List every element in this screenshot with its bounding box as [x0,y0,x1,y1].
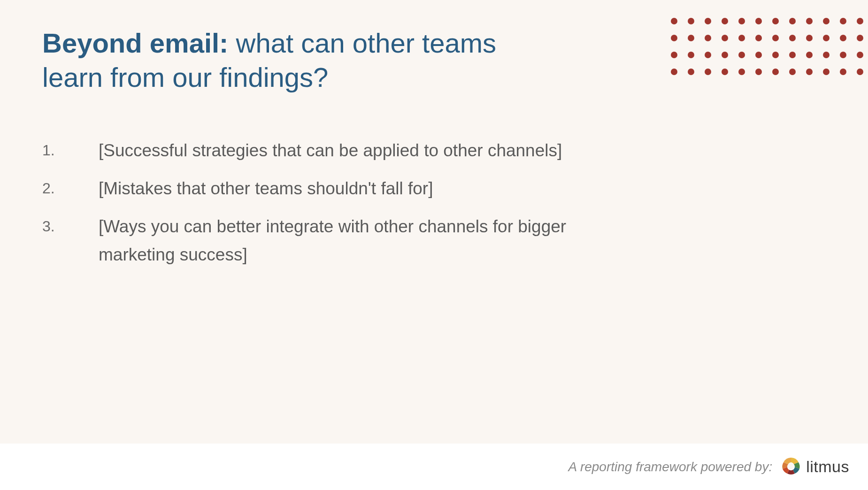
decoration-dot [738,18,745,24]
decoration-dot [823,18,830,24]
decoration-dot [789,18,796,24]
decoration-dot [840,18,846,24]
title-bold: Beyond email: [42,28,228,58]
decoration-dot [688,69,694,75]
decoration-dot [857,18,863,24]
list-item: 3. [Ways you can better integrate with o… [42,213,606,268]
decoration-dot [789,35,796,41]
decoration-dot [755,35,762,41]
footer: A reporting framework powered by: litmus [0,444,868,490]
decoration-dot [671,69,677,75]
decoration-dot [840,52,846,58]
decoration-dot [671,35,677,41]
decoration-dot [688,52,694,58]
decoration-dot [755,18,762,24]
decoration-dot [755,69,762,75]
footer-text: A reporting framework powered by: [568,459,772,475]
decoration-dot [772,52,779,58]
list-text: [Ways you can better integrate with othe… [99,213,606,268]
decoration-dot [806,69,813,75]
decoration-dot [789,52,796,58]
decoration-dot [823,35,830,41]
decoration-dot [823,52,830,58]
list-item: 2. [Mistakes that other teams shouldn't … [42,175,606,202]
list-number: 2. [42,175,99,200]
decoration-dot [857,52,863,58]
decoration-dot [857,35,863,41]
dot-grid-decoration [671,18,863,75]
decoration-dot [857,69,863,75]
slide-body: Beyond email: what can other teams learn… [0,0,868,444]
svg-point-0 [788,463,794,469]
decoration-dot [705,52,711,58]
list-text: [Successful strategies that can be appli… [99,137,606,164]
list-text: [Mistakes that other teams shouldn't fal… [99,175,606,202]
decoration-dot [738,69,745,75]
decoration-dot [722,18,728,24]
decoration-dot [688,18,694,24]
decoration-dot [772,18,779,24]
decoration-dot [705,18,711,24]
decoration-dot [789,69,796,75]
decoration-dot [722,69,728,75]
list-item: 1. [Successful strategies that can be ap… [42,137,606,164]
logo: litmus [781,456,849,478]
decoration-dot [806,52,813,58]
decoration-dot [722,52,728,58]
decoration-dot [705,35,711,41]
decoration-dot [806,18,813,24]
litmus-logo-icon [781,456,801,478]
logo-text: litmus [806,458,849,476]
decoration-dot [671,52,677,58]
decoration-dot [806,35,813,41]
decoration-dot [671,18,677,24]
decoration-dot [840,35,846,41]
decoration-dot [738,52,745,58]
decoration-dot [705,69,711,75]
decoration-dot [738,35,745,41]
list-number: 1. [42,137,99,162]
list-number: 3. [42,213,99,238]
decoration-dot [772,69,779,75]
decoration-dot [772,35,779,41]
decoration-dot [722,35,728,41]
slide-title: Beyond email: what can other teams learn… [42,26,549,94]
numbered-list: 1. [Successful strategies that can be ap… [42,137,606,268]
decoration-dot [823,69,830,75]
decoration-dot [688,35,694,41]
decoration-dot [755,52,762,58]
decoration-dot [840,69,846,75]
